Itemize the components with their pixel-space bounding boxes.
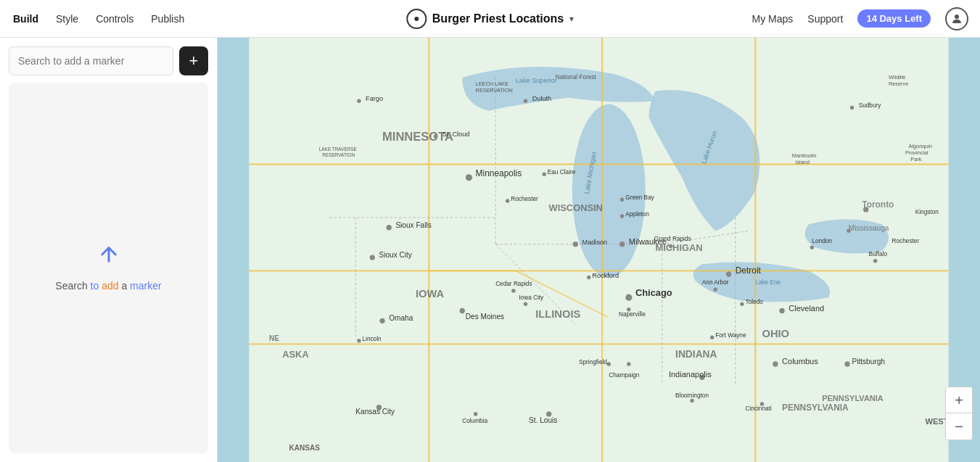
svg-text:Mississauga: Mississauga	[849, 224, 889, 232]
search-input[interactable]	[9, 46, 173, 75]
svg-text:Sudbury: Sudbury	[859, 102, 882, 109]
svg-point-43	[779, 308, 784, 313]
svg-text:Ann Arbor: Ann Arbor	[702, 279, 729, 286]
svg-text:London: London	[812, 238, 832, 244]
svg-text:INDIANA: INDIANA	[675, 349, 717, 360]
svg-text:National Forest: National Forest	[556, 74, 597, 81]
svg-text:Cedar Rapids: Cedar Rapids	[495, 281, 532, 287]
zoom-out-button[interactable]: −	[946, 413, 972, 440]
svg-text:Fort Wayne: Fort Wayne	[715, 332, 746, 339]
svg-text:Kingston: Kingston	[915, 209, 939, 215]
svg-text:Green Bay: Green Bay	[625, 194, 654, 201]
svg-point-59	[587, 276, 591, 280]
svg-point-57	[573, 242, 578, 247]
svg-point-73	[620, 197, 625, 202]
support-link[interactable]: Support	[807, 13, 843, 25]
svg-text:Provincial: Provincial	[905, 149, 928, 156]
add-marker-button[interactable]: +	[179, 46, 208, 75]
zoom-in-button[interactable]: +	[946, 387, 972, 413]
svg-point-105	[844, 361, 849, 366]
svg-text:Des Moines: Des Moines	[466, 313, 504, 321]
svg-text:Iowa City: Iowa City	[519, 294, 544, 301]
my-maps-link[interactable]: My Maps	[752, 13, 794, 25]
user-avatar[interactable]	[945, 7, 968, 30]
svg-point-35	[466, 174, 472, 181]
map-area[interactable]: MINNESOTA WISCONSIN MICHIGAN ILLINOIS IO…	[218, 38, 980, 462]
svg-text:Fargo: Fargo	[366, 95, 383, 102]
svg-text:Bloomington: Bloomington	[675, 392, 709, 399]
svg-text:KANSAS: KANSAS	[289, 444, 320, 452]
svg-point-93	[627, 362, 631, 366]
svg-point-99	[357, 339, 361, 343]
svg-point-95	[607, 362, 612, 366]
svg-text:WISCONSIN: WISCONSIN	[549, 202, 603, 213]
svg-text:OHIO: OHIO	[762, 328, 790, 339]
svg-point-81	[669, 244, 673, 249]
svg-text:ASKA: ASKA	[282, 349, 308, 360]
trial-badge[interactable]: 14 Days Left	[857, 9, 931, 28]
map-title-area[interactable]: Burger Priest Locations ▾	[406, 9, 574, 29]
svg-text:Kansas City: Kansas City	[355, 408, 395, 416]
empty-state: Search to add a marker	[9, 83, 208, 453]
svg-text:Cleveland: Cleveland	[788, 304, 824, 313]
svg-text:Eau Claire: Eau Claire	[548, 169, 576, 176]
svg-text:St. Louis: St. Louis	[529, 416, 557, 424]
svg-text:RESERVATION: RESERVATION	[476, 87, 513, 94]
svg-text:Columbus: Columbus	[782, 357, 818, 366]
svg-text:Columbia: Columbia	[462, 418, 487, 424]
svg-point-55	[370, 255, 375, 260]
svg-text:Reserve: Reserve	[889, 81, 908, 87]
svg-point-109	[873, 259, 878, 263]
map-title: Burger Priest Locations	[432, 12, 564, 25]
svg-text:Madison: Madison	[582, 239, 608, 246]
svg-point-41	[726, 271, 731, 276]
svg-point-0	[955, 15, 959, 19]
main-content: + Search to add a marker	[0, 38, 980, 462]
svg-text:Sioux Falls: Sioux Falls	[395, 221, 431, 229]
nav-controls[interactable]: Controls	[94, 10, 135, 28]
svg-text:LEECH LAKE: LEECH LAKE	[476, 81, 508, 87]
svg-point-83	[713, 287, 717, 292]
svg-text:Lincoln: Lincoln	[362, 336, 382, 342]
nav-build[interactable]: Build	[12, 10, 40, 28]
svg-text:Naperville: Naperville	[619, 311, 646, 318]
svg-text:Sioux City: Sioux City	[379, 251, 412, 259]
svg-text:PENNSYLVANIA: PENNSYLVANIA	[822, 394, 884, 403]
svg-text:Grand Rapids: Grand Rapids	[654, 236, 691, 242]
svg-text:St. Cloud: St. Cloud	[442, 131, 470, 138]
nav-style[interactable]: Style	[54, 10, 80, 28]
svg-text:Appleton: Appleton	[625, 211, 649, 218]
svg-point-71	[357, 99, 361, 103]
svg-point-67	[434, 134, 438, 139]
svg-point-79	[506, 199, 510, 203]
svg-text:Omaha: Omaha	[389, 314, 413, 322]
empty-state-text: Search to add a marker	[55, 279, 161, 294]
svg-text:Springfield: Springfield	[579, 359, 607, 366]
svg-point-130	[863, 207, 868, 212]
header-right: My Maps Support 14 Days Left	[752, 7, 968, 30]
svg-text:Minneapolis: Minneapolis	[476, 168, 522, 178]
app-header: Build Style Controls Publish Burger Prie…	[0, 0, 980, 38]
nav-publish[interactable]: Publish	[149, 10, 186, 28]
svg-text:Wildlife: Wildlife	[889, 74, 906, 81]
svg-point-75	[620, 214, 625, 218]
nav-left: Build Style Controls Publish	[12, 10, 186, 28]
svg-text:Rockford: Rockford	[592, 272, 619, 279]
svg-point-37	[619, 242, 625, 247]
svg-text:RESERVATION: RESERVATION	[322, 152, 355, 157]
svg-text:Champaign: Champaign	[609, 372, 640, 379]
svg-text:Algonquin: Algonquin	[909, 143, 933, 149]
svg-point-53	[387, 225, 392, 230]
svg-text:Pittsburgh: Pittsburgh	[852, 358, 884, 366]
svg-point-63	[511, 289, 516, 293]
svg-point-111	[850, 106, 855, 110]
zoom-controls: + −	[945, 387, 973, 440]
svg-text:Rochester: Rochester	[511, 196, 538, 202]
svg-point-85	[740, 302, 744, 307]
svg-text:Lake Superior: Lake Superior	[516, 77, 557, 84]
svg-point-69	[524, 99, 528, 103]
svg-text:Manitoulin: Manitoulin	[792, 152, 816, 159]
svg-point-101	[474, 412, 478, 416]
svg-text:PENNSYLVANIA: PENNSYLVANIA	[782, 403, 849, 413]
svg-text:Lake Erie: Lake Erie	[755, 279, 781, 286]
